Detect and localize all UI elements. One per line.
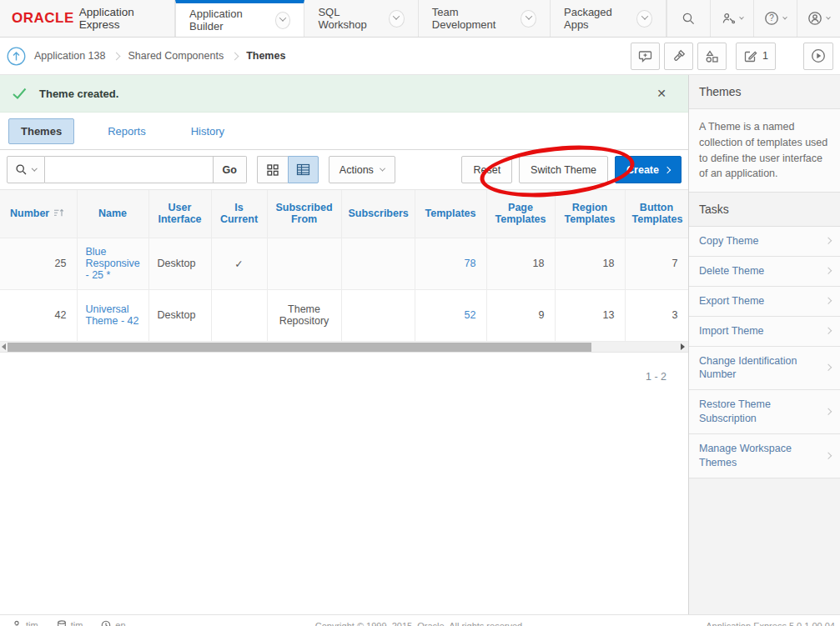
nav-tab-sql-workshop[interactable]: SQL Workshop — [304, 0, 418, 37]
column-header-page-templates[interactable]: Page Templates — [486, 190, 555, 238]
table-header-row: Number Name User Interface Is Current Su… — [0, 190, 688, 238]
breadcrumb-bar: Application 138 Shared Components Themes… — [0, 38, 840, 75]
templates-count-link[interactable]: 52 — [465, 309, 476, 321]
cell-region-templates: 13 — [555, 289, 625, 341]
breadcrumb-application[interactable]: Application 138 — [34, 50, 105, 62]
sort-ascending-icon — [53, 208, 64, 218]
column-header-subscribers[interactable]: Subscribers — [341, 190, 415, 238]
chevron-down-icon[interactable] — [636, 10, 652, 28]
cell-is-current: ✓ — [211, 238, 267, 289]
cell-subscribers — [341, 238, 415, 289]
theme-link[interactable]: Blue Responsive - 25 * — [86, 246, 140, 281]
scroll-right-arrow-icon[interactable] — [681, 343, 685, 350]
comment-plus-icon — [638, 49, 652, 63]
chevron-down-icon[interactable] — [521, 10, 536, 28]
chevron-right-icon — [825, 268, 832, 274]
chevron-down-icon — [380, 166, 385, 172]
main-content: Theme created. ✕ Themes Reports History … — [0, 75, 688, 626]
go-button[interactable]: Go — [214, 156, 247, 183]
primary-buttons: Reset Switch Theme Create — [461, 156, 682, 183]
chevron-down-icon — [32, 166, 37, 171]
task-delete-theme[interactable]: Delete Theme — [689, 257, 840, 287]
task-change-identification-number[interactable]: Change Identification Number — [689, 347, 840, 391]
breadcrumb-shared-components[interactable]: Shared Components — [128, 50, 224, 62]
chevron-down-icon[interactable] — [389, 10, 405, 28]
header-utility-icons: ? — [666, 0, 840, 37]
column-header-button-templates[interactable]: Button Templates — [625, 190, 688, 238]
horizontal-scrollbar[interactable] — [0, 342, 688, 353]
oracle-wordmark: ORACLE — [12, 10, 74, 27]
theme-roller-button[interactable] — [664, 43, 693, 70]
table-row: 42 Universal Theme - 42 Desktop Theme Re… — [0, 289, 688, 341]
chevron-right-icon — [231, 52, 239, 60]
nav-tab-application-builder[interactable]: Application Builder — [175, 0, 304, 37]
shared-components-button[interactable] — [697, 43, 727, 70]
tab-reports[interactable]: Reports — [96, 119, 158, 143]
task-copy-theme[interactable]: Copy Theme — [689, 227, 840, 257]
help-menu-button[interactable]: ? — [753, 0, 797, 37]
report-view-button[interactable] — [288, 156, 319, 183]
administration-menu-button[interactable] — [710, 0, 753, 37]
cell-templates: 78 — [415, 238, 486, 289]
cell-subscribed-from — [267, 238, 341, 289]
help-icon: ? — [764, 11, 779, 26]
templates-count-link[interactable]: 78 — [465, 258, 476, 269]
user-menu-button[interactable] — [797, 0, 840, 37]
success-message-text: Theme created. — [39, 88, 118, 100]
create-button[interactable]: Create — [615, 156, 682, 183]
task-export-theme[interactable]: Export Theme — [689, 287, 840, 317]
close-icon[interactable]: ✕ — [656, 88, 666, 99]
run-app-icon — [811, 48, 826, 63]
chevron-down-icon — [826, 15, 831, 20]
chevron-right-icon — [825, 364, 832, 371]
right-sidebar: Themes A Theme is a named collection of … — [688, 75, 840, 626]
cell-button-templates: 7 — [625, 238, 688, 289]
check-icon — [12, 87, 28, 100]
svg-text:?: ? — [769, 13, 774, 23]
column-header-name[interactable]: Name — [77, 190, 148, 238]
table-row: 25 Blue Responsive - 25 * Desktop ✓ 78 1… — [0, 238, 688, 289]
tab-history[interactable]: History — [179, 119, 236, 143]
admin-icon — [722, 12, 736, 26]
actions-menu-button[interactable]: Actions — [329, 156, 395, 183]
cell-number: 42 — [0, 289, 77, 341]
column-header-region-templates[interactable]: Region Templates — [555, 190, 625, 238]
cell-subscribed-from: Theme Repository — [267, 289, 341, 341]
run-application-button[interactable] — [803, 43, 833, 70]
reset-button[interactable]: Reset — [461, 156, 512, 183]
success-message: Theme created. ✕ — [0, 75, 688, 113]
task-manage-workspace-themes[interactable]: Manage Workspace Themes — [689, 434, 840, 478]
chevron-right-icon — [825, 328, 832, 334]
up-icon[interactable] — [7, 47, 26, 66]
column-header-number[interactable]: Number — [0, 190, 77, 238]
chevron-down-icon — [739, 15, 744, 20]
column-header-templates[interactable]: Templates — [415, 190, 486, 238]
search-button[interactable] — [666, 0, 710, 37]
themes-report-table: Number Name User Interface Is Current Su… — [0, 190, 688, 342]
search-column-selector[interactable] — [7, 156, 45, 183]
icon-view-button[interactable] — [257, 156, 288, 183]
feedback-button[interactable] — [631, 43, 660, 70]
cell-templates: 52 — [415, 289, 486, 341]
switch-theme-button[interactable]: Switch Theme — [519, 156, 608, 183]
scrollbar-thumb[interactable] — [8, 343, 591, 352]
nav-tab-team-development[interactable]: Team Development — [419, 0, 551, 37]
nav-tab-packaged-apps[interactable]: Packaged Apps — [551, 0, 666, 37]
chevron-right-icon — [825, 238, 832, 244]
chevron-right-icon — [825, 408, 832, 415]
breadcrumb: Application 138 Shared Components Themes — [7, 47, 285, 66]
scroll-left-arrow-icon[interactable] — [2, 343, 6, 350]
search-input[interactable] — [45, 156, 214, 183]
chevron-right-icon — [825, 298, 832, 304]
task-import-theme[interactable]: Import Theme — [689, 317, 840, 347]
cell-region-templates: 18 — [555, 238, 625, 289]
task-restore-theme-subscription[interactable]: Restore Theme Subscription — [689, 390, 840, 434]
tab-themes[interactable]: Themes — [8, 118, 74, 144]
column-header-is-current[interactable]: Is Current — [211, 190, 267, 238]
column-header-user-interface[interactable]: User Interface — [148, 190, 211, 238]
theme-link[interactable]: Universal Theme - 42 — [86, 303, 139, 327]
edit-page-button[interactable]: 1 — [736, 43, 776, 70]
chevron-down-icon[interactable] — [275, 12, 291, 29]
cell-number: 25 — [0, 238, 77, 289]
column-header-subscribed-from[interactable]: Subscribed From — [267, 190, 341, 238]
